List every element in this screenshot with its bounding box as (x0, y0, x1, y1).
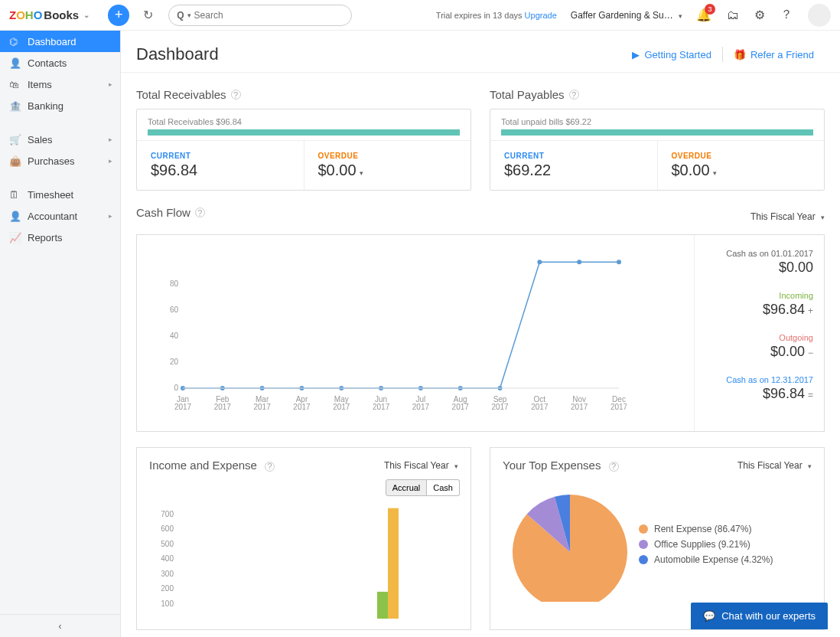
accrual-button[interactable]: Accrual (386, 479, 428, 496)
chevron-down-icon[interactable]: ▾ (713, 169, 717, 177)
sidebar-icon: 👤 (9, 211, 21, 222)
svg-text:500: 500 (161, 540, 174, 548)
svg-text:100: 100 (161, 599, 174, 608)
income-expense-period-selector[interactable]: This Fiscal Year ▾ (384, 460, 458, 471)
cashflow-chart: 020406080Jan2017Feb2017Mar2017Apr2017May… (137, 235, 694, 431)
help-icon[interactable]: ？ (780, 7, 793, 23)
svg-text:300: 300 (161, 570, 174, 578)
top-expenses-period-selector[interactable]: This Fiscal Year ▾ (737, 460, 812, 471)
svg-text:2017: 2017 (214, 403, 232, 411)
gift-icon: 🎁 (734, 49, 746, 60)
svg-text:2017: 2017 (254, 403, 272, 411)
chevron-right-icon: ▸ (109, 80, 112, 88)
help-icon[interactable]: ? (195, 207, 205, 217)
org-selector[interactable]: Gaffer Gardening & Su… ▾ (571, 10, 682, 21)
payables-overdue-value[interactable]: $0.00▾ (672, 162, 811, 179)
gear-icon[interactable]: ⚙ (754, 8, 765, 22)
sidebar-item-label: Timesheet (28, 189, 73, 201)
sidebar-item-timesheet[interactable]: 🗓Timesheet (0, 184, 120, 205)
receivables-current-value: $96.84 (151, 162, 290, 179)
svg-text:700: 700 (161, 510, 174, 518)
svg-text:2017: 2017 (452, 403, 470, 411)
sidebar-item-label: Sales (28, 134, 53, 145)
payables-bar-label: Total unpaid bills $69.22 (501, 117, 813, 126)
overdue-label: OVERDUE (318, 152, 457, 160)
sidebar-item-contacts[interactable]: 👤Contacts (0, 52, 120, 74)
sidebar-item-label: Banking (28, 100, 63, 112)
logo[interactable]: ZOHO Books ⌄ (9, 8, 90, 21)
refer-friend-link[interactable]: 🎁Refer a Friend (723, 49, 825, 60)
help-icon[interactable]: ? (569, 90, 579, 100)
cashflow-card: 020406080Jan2017Feb2017Mar2017Apr2017May… (136, 234, 825, 432)
sidebar-icon: 🗓 (9, 189, 21, 201)
help-icon[interactable]: ? (231, 90, 241, 100)
payables-current-value: $69.22 (504, 162, 643, 179)
cash-button[interactable]: Cash (427, 479, 460, 496)
chevron-down-icon[interactable]: ▾ (360, 169, 363, 177)
current-label: CURRENT (504, 152, 643, 160)
accrual-cash-toggle[interactable]: Accrual Cash (386, 479, 460, 496)
sidebar-icon: 🛍 (9, 79, 21, 90)
legend-label: Automobile Expense (4.32%) (654, 554, 773, 565)
legend-item: Automobile Expense (4.32%) (639, 554, 773, 565)
sidebar-icon: 👤 (9, 57, 21, 69)
search-input[interactable] (194, 10, 344, 21)
top-expenses-title: Your Top Expenses ? (503, 459, 619, 472)
sidebar-item-sales[interactable]: 🛒Sales▸ (0, 129, 120, 150)
outgoing-value: $0.00− (705, 344, 813, 360)
chevron-down-icon[interactable]: ▾ (187, 11, 191, 19)
add-button[interactable]: + (108, 5, 129, 26)
payables-card: Total unpaid bills $69.22 CURRENT $69.22… (490, 109, 825, 191)
sidebar: ⌬Dashboard👤Contacts🛍Items▸🏦Banking🛒Sales… (0, 31, 121, 637)
sidebar-icon: 🛒 (9, 134, 21, 145)
getting-started-link[interactable]: ▶Getting Started (621, 49, 721, 60)
payables-bar (501, 129, 813, 136)
svg-text:2017: 2017 (174, 403, 192, 411)
sidebar-icon: 🏦 (9, 100, 21, 112)
chevron-right-icon: ▸ (109, 157, 112, 165)
chevron-right-icon: ▸ (109, 136, 112, 143)
chat-icon: 💬 (703, 610, 715, 622)
search-scope-icon[interactable]: Q (177, 10, 184, 21)
sidebar-item-items[interactable]: 🛍Items▸ (0, 74, 120, 95)
svg-rect-50 (388, 508, 399, 619)
legend-item: Office Supplies (9.21%) (639, 539, 773, 550)
sidebar-item-reports[interactable]: 📈Reports (0, 227, 120, 248)
svg-text:2017: 2017 (531, 403, 549, 411)
history-icon[interactable]: ↻ (143, 8, 153, 22)
page-title: Dashboard (136, 44, 219, 64)
legend-dot (639, 524, 648, 534)
sidebar-item-dashboard[interactable]: ⌬Dashboard (0, 31, 120, 52)
svg-point-14 (537, 260, 542, 264)
cashflow-period-selector[interactable]: This Fiscal Year ▾ (750, 211, 825, 222)
bell-icon[interactable]: 🔔3 (696, 8, 711, 22)
page-header: Dashboard ▶Getting Started 🎁Refer a Frie… (121, 31, 840, 73)
svg-point-15 (577, 260, 581, 264)
svg-rect-49 (377, 592, 388, 619)
sidebar-icon: 📈 (9, 232, 21, 243)
chevron-down-icon[interactable]: ⌄ (83, 11, 90, 19)
notification-badge: 3 (705, 4, 715, 15)
help-icon[interactable]: ? (609, 462, 619, 472)
help-icon[interactable]: ? (265, 462, 275, 472)
sidebar-collapse[interactable]: ‹ (0, 614, 120, 637)
legend-label: Rent Expense (86.47%) (654, 524, 751, 534)
income-expense-chart: 100200300400500600700 (137, 496, 470, 629)
svg-text:2017: 2017 (491, 403, 509, 411)
sidebar-item-banking[interactable]: 🏦Banking (0, 95, 120, 116)
sidebar-icon: 👜 (9, 155, 21, 167)
folder-icon[interactable]: 🗂 (727, 8, 739, 22)
svg-text:2017: 2017 (373, 403, 390, 411)
receivables-overdue-value[interactable]: $0.00▾ (318, 162, 457, 179)
svg-text:600: 600 (161, 524, 174, 533)
svg-point-16 (617, 260, 621, 264)
play-icon: ▶ (632, 49, 640, 60)
chevron-right-icon: ▸ (109, 212, 112, 220)
chat-button[interactable]: 💬Chat with our experts (691, 603, 828, 629)
sidebar-item-accountant[interactable]: 👤Accountant▸ (0, 205, 120, 227)
sidebar-item-purchases[interactable]: 👜Purchases▸ (0, 150, 120, 172)
upgrade-link[interactable]: Upgrade (525, 11, 557, 20)
avatar[interactable] (808, 4, 831, 27)
search-input-wrap[interactable]: Q▾ (168, 5, 352, 26)
incoming-value: $96.84+ (705, 302, 813, 318)
